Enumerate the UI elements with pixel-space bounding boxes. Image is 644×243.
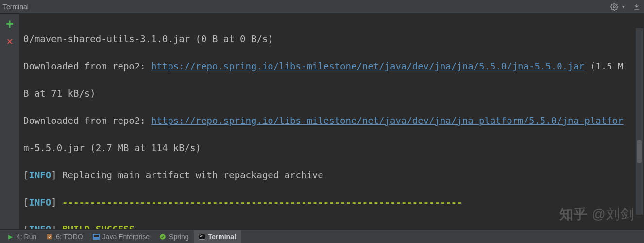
chevron-down-small-icon[interactable]: ▾	[619, 2, 627, 11]
toolwin-spring[interactable]: Spring	[154, 230, 193, 243]
toolwin-run[interactable]: ▶ 4: Run	[2, 230, 41, 243]
terminal-output[interactable]: 0/maven-shared-utils-3.1.0.jar (0 B at 0…	[19, 14, 644, 229]
download-url-link[interactable]: https://repo.spring.io/libs-milestone/ne…	[151, 115, 623, 126]
output-line: [INFO] BUILD SUCCESS	[23, 223, 640, 229]
spring-icon	[159, 233, 166, 240]
output-line: Downloaded from repo2: https://repo.spri…	[23, 114, 640, 127]
output-line: B at 71 kB/s)	[23, 87, 640, 100]
toolwin-todo[interactable]: 6: TODO	[41, 230, 88, 243]
hide-panel-icon[interactable]	[632, 2, 641, 11]
close-session-button[interactable]: ✕	[4, 36, 15, 47]
output-line: Downloaded from repo2: https://repo.spri…	[23, 59, 640, 73]
new-session-button[interactable]: +	[4, 18, 15, 29]
todo-icon	[46, 233, 53, 240]
svg-point-0	[613, 6, 615, 8]
scrollbar-thumb[interactable]	[637, 140, 642, 163]
terminal-gutter: + ✕	[0, 14, 19, 229]
terminal-scrollbar[interactable]	[636, 28, 643, 215]
output-line: 0/maven-shared-utils-3.1.0.jar (0 B at 0…	[23, 32, 640, 46]
watermark: 知乎 @刘剑	[559, 205, 634, 224]
java-enterprise-icon	[93, 233, 100, 240]
build-success-label: BUILD SUCCESS	[62, 224, 135, 229]
toolwin-terminal[interactable]: Terminal	[194, 230, 241, 243]
terminal-icon	[199, 233, 205, 240]
output-line: [INFO] Replacing main artifact with repa…	[23, 168, 640, 182]
tool-window-bar: ▶ 4: Run 6: TODO Java Enterprise Spring …	[0, 229, 644, 243]
terminal-title: Terminal	[3, 3, 29, 11]
download-url-link[interactable]: https://repo.spring.io/libs-milestone/ne…	[151, 61, 584, 71]
toolwin-java-enterprise[interactable]: Java Enterprise	[88, 230, 154, 243]
run-icon: ▶	[7, 233, 14, 240]
svg-rect-1	[47, 234, 52, 239]
gear-icon[interactable]	[610, 2, 619, 11]
output-line: [INFO] ---------------------------------…	[23, 195, 640, 209]
terminal-title-bar: Terminal ▾	[0, 0, 644, 14]
output-line: m-5.5.0.jar (2.7 MB at 114 kB/s)	[23, 141, 640, 155]
